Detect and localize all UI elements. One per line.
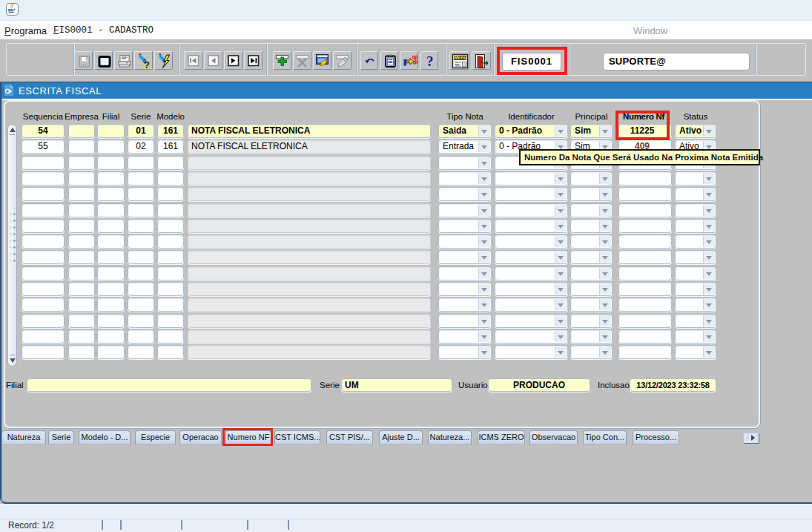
svg-text:Menu: Menu [454,55,466,60]
svg-text:?: ? [426,53,434,69]
svg-text:?: ? [144,59,150,70]
